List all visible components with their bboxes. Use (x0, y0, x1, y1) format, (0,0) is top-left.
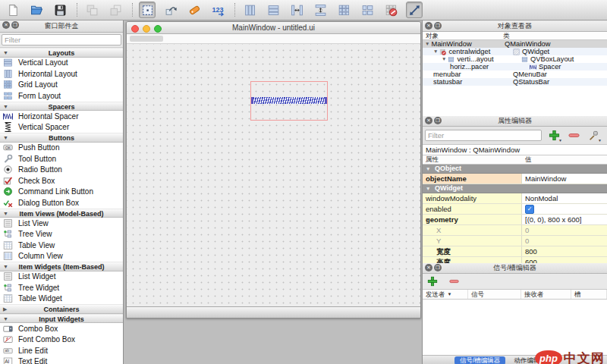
signal-slot-column-3[interactable]: 槽 (571, 290, 607, 299)
signal-slot-column-0[interactable]: 发送者▼ (423, 290, 468, 299)
layout-grid-button[interactable] (335, 2, 352, 18)
column-property[interactable]: 属性 (426, 155, 439, 164)
widget-text-edit[interactable]: AIText Edit (0, 356, 123, 364)
property-row-geometry[interactable]: ▼geometry[(0, 0), 800 x 600] (423, 215, 607, 225)
category-item-widgets-item-based[interactable]: ▼Item Widgets (Item-Based) (0, 262, 123, 271)
widget-list-view[interactable]: List View (0, 218, 123, 229)
widget-filter-input[interactable] (2, 34, 121, 46)
object-tree-row-verti-ayout[interactable]: ▼verti...ayoutQVBoxLayout (423, 55, 607, 63)
property-group-qwidget[interactable]: ▼QWidget (423, 184, 607, 193)
selection-rect[interactable] (250, 81, 328, 121)
widget-font-combo-box[interactable]: fFont Combo Box (0, 334, 123, 346)
property-row-objectname[interactable]: objectNameMainWindow (423, 174, 607, 184)
property-row-enabled[interactable]: enabled✓ (423, 204, 607, 215)
widget-horizontal-spacer[interactable]: Horizontal Spacer (0, 111, 123, 122)
close-icon[interactable]: ✕ (2, 21, 10, 29)
category-containers[interactable]: ▶Containers (0, 304, 123, 314)
close-icon[interactable]: ✕ (425, 22, 432, 30)
adjust-size-button[interactable] (406, 2, 423, 18)
widget-line-edit[interactable]: abLine Edit (0, 345, 123, 356)
property-group-qobject[interactable]: ▼QObject (423, 165, 607, 174)
form-titlebar[interactable]: MainWindow - untitled.ui (127, 22, 420, 34)
property-value[interactable]: 800 (522, 246, 607, 256)
object-tree-row-menubar[interactable]: menubarQMenuBar (423, 71, 607, 78)
object-tree-row-centralwidget[interactable]: ▼centralwidgetQWidget (423, 48, 607, 55)
category-layouts[interactable]: ▼Layouts (0, 48, 123, 58)
widget-grid-layout[interactable]: Grid Layout (0, 80, 123, 91)
float-icon[interactable]: ❐ (434, 264, 442, 271)
property-row-y[interactable]: Y0 (423, 236, 607, 246)
save-form-button[interactable] (52, 2, 68, 18)
property-row-windowmodality[interactable]: windowModalityNonModal (423, 193, 607, 204)
signal-slot-column-2[interactable]: 接收者 (521, 290, 571, 299)
remove-connection-button[interactable] (446, 275, 461, 288)
float-icon[interactable]: ❐ (434, 117, 442, 124)
object-tree-column-header[interactable]: 对象 类 (423, 32, 607, 40)
widget-tree-widget[interactable]: Tree Widget (0, 282, 123, 293)
signal-slot-column-1[interactable]: 信号 (468, 290, 521, 299)
widget-check-box[interactable]: Check Box (0, 175, 123, 187)
close-icon[interactable]: ✕ (425, 117, 432, 124)
signal-slot-empty-table[interactable] (423, 300, 607, 357)
property-value[interactable]: 0 (522, 225, 607, 235)
category-buttons[interactable]: ▼Buttons (0, 133, 123, 143)
form-window[interactable]: MainWindow - untitled.ui (126, 21, 421, 318)
widget-combo-box[interactable]: Combo Box (0, 323, 123, 334)
widget-push-button[interactable]: OKPush Button (0, 143, 123, 154)
object-tree-row-horiz-pacer[interactable]: horiz...pacerSpacer (423, 63, 607, 71)
edit-buddies-button[interactable] (186, 2, 203, 18)
object-tree-row-statusbar[interactable]: statusbarQStatusBar (423, 78, 607, 86)
float-icon[interactable]: ❐ (11, 21, 19, 29)
chevron-down-icon[interactable]: ▼ (425, 215, 429, 224)
widget-radio-button[interactable]: Radio Button (0, 165, 123, 176)
add-connection-button[interactable] (425, 275, 440, 288)
open-form-button[interactable] (28, 2, 45, 18)
widget-horizontal-layout[interactable]: Horizontal Layout (0, 68, 123, 80)
column-object[interactable]: 对象 (426, 32, 439, 39)
zoom-window-icon[interactable] (154, 25, 162, 33)
dock-tab-信号-槽编辑器[interactable]: 信号/槽编辑器 (454, 356, 505, 364)
form-menubar[interactable] (127, 34, 420, 44)
chevron-down-icon[interactable]: ▼ (433, 48, 438, 55)
close-window-icon[interactable] (131, 25, 139, 33)
property-row-宽度[interactable]: 宽度800 (423, 246, 607, 257)
layout-vertical-splitter-button[interactable] (312, 2, 329, 18)
remove-property-button[interactable] (566, 129, 581, 143)
menu-type-here-placeholder[interactable] (130, 36, 163, 42)
property-filter-input[interactable] (425, 130, 542, 141)
layout-horizontally-button[interactable] (241, 2, 258, 18)
property-value[interactable]: ✓ (522, 204, 607, 214)
form-statusbar[interactable] (127, 306, 420, 318)
category-item-views-model-based[interactable]: ▼Item Views (Model-Based) (0, 209, 123, 218)
layout-horizontal-splitter-button[interactable] (288, 2, 305, 18)
property-row-x[interactable]: X0 (423, 225, 607, 236)
widget-table-view[interactable]: Table View (0, 240, 123, 251)
column-value[interactable]: 值 (525, 155, 532, 164)
widget-tool-button[interactable]: Tool Button (0, 153, 123, 165)
property-object-selector[interactable]: MainWindow : QMainWindow (423, 145, 607, 155)
float-icon[interactable]: ❐ (434, 22, 442, 30)
break-layout-button[interactable] (382, 2, 399, 18)
widget-dialog-button-box[interactable]: Dialog Button Box (0, 197, 123, 209)
checkbox-checked-icon[interactable]: ✓ (525, 205, 534, 214)
close-icon[interactable]: ✕ (425, 264, 432, 271)
property-value[interactable]: 0 (522, 236, 607, 246)
signal-slot-column-header[interactable]: 发送者▼信号接收者槽 (423, 290, 607, 300)
edit-signals-slots-button[interactable] (162, 2, 179, 18)
widget-column-view[interactable]: Column View (0, 251, 123, 262)
column-class[interactable]: 类 (503, 32, 510, 39)
minimize-window-icon[interactable] (143, 25, 150, 33)
property-value[interactable]: NonModal (522, 193, 607, 203)
new-form-button[interactable] (5, 2, 21, 18)
edit-tab-order-button[interactable]: 123 (209, 2, 226, 18)
object-tree-row-mainwindow[interactable]: ▼MainWindowQMainWindow (423, 40, 607, 48)
widget-vertical-spacer[interactable]: Vertical Spacer (0, 122, 123, 133)
horizontal-spacer-widget[interactable] (251, 97, 327, 104)
category-spacers[interactable]: ▼Spacers (0, 102, 123, 111)
edit-widgets-button[interactable] (139, 2, 156, 18)
configure-property-editor-button[interactable]: ▼ (586, 129, 601, 143)
layout-vertically-button[interactable] (265, 2, 281, 18)
chevron-down-icon[interactable]: ▼ (425, 40, 429, 48)
widget-command-link-button[interactable]: Command Link Button (0, 187, 123, 198)
widget-tree-view[interactable]: Tree View (0, 229, 123, 240)
